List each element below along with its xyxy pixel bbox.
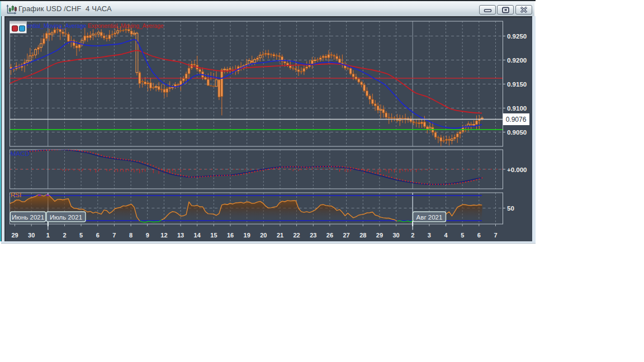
svg-text:9: 9 [146, 232, 149, 239]
svg-text:3: 3 [428, 232, 431, 239]
svg-text:0.9150: 0.9150 [507, 81, 527, 88]
svg-text:29: 29 [376, 232, 383, 239]
svg-text:26: 26 [326, 232, 333, 239]
svg-text:16: 16 [227, 232, 234, 239]
svg-text:MACD: MACD [11, 150, 30, 157]
svg-text:29: 29 [11, 232, 18, 239]
svg-text:5: 5 [461, 232, 464, 239]
svg-text:0.9076: 0.9076 [506, 116, 527, 123]
svg-text:23: 23 [310, 232, 316, 239]
svg-text:5: 5 [79, 232, 83, 239]
svg-text:7: 7 [112, 232, 116, 239]
svg-text:50: 50 [507, 205, 514, 212]
svg-text:15: 15 [210, 232, 217, 239]
svg-text:28: 28 [359, 232, 366, 239]
svg-text:22: 22 [293, 232, 300, 239]
svg-text:8: 8 [129, 232, 132, 239]
svg-text:Авг 2021: Авг 2021 [416, 214, 443, 221]
svg-text:Exponential_Moving_Average: Exponential_Moving_Average [88, 22, 164, 29]
svg-text:0.9200: 0.9200 [507, 57, 527, 64]
svg-text:20: 20 [260, 232, 267, 239]
svg-text:ential_Moving_Average: ential_Moving_Average [27, 22, 87, 29]
svg-text:+0.000: +0.000 [507, 166, 527, 173]
svg-text:30: 30 [392, 232, 399, 239]
svg-text:6: 6 [96, 232, 100, 239]
svg-text:Июль 2021: Июль 2021 [50, 214, 82, 221]
svg-text:12: 12 [160, 232, 167, 239]
svg-text:2: 2 [63, 232, 66, 239]
svg-text:2: 2 [411, 232, 414, 239]
svg-text:1: 1 [46, 232, 50, 239]
svg-text:RSI: RSI [11, 192, 21, 198]
svg-text:21: 21 [277, 232, 283, 239]
svg-text:13: 13 [177, 232, 184, 239]
svg-text:0.9100: 0.9100 [507, 105, 527, 112]
svg-text:6: 6 [477, 232, 481, 239]
svg-text:14: 14 [194, 232, 201, 239]
svg-text:7: 7 [494, 232, 497, 239]
svg-text:0.9250: 0.9250 [507, 33, 527, 40]
svg-text:19: 19 [244, 232, 250, 239]
svg-text:0.9050: 0.9050 [507, 129, 527, 136]
svg-text:4: 4 [444, 232, 448, 239]
svg-text:30: 30 [28, 232, 35, 239]
svg-text:27: 27 [343, 232, 349, 239]
svg-text:Июнь 2021: Июнь 2021 [12, 214, 44, 221]
